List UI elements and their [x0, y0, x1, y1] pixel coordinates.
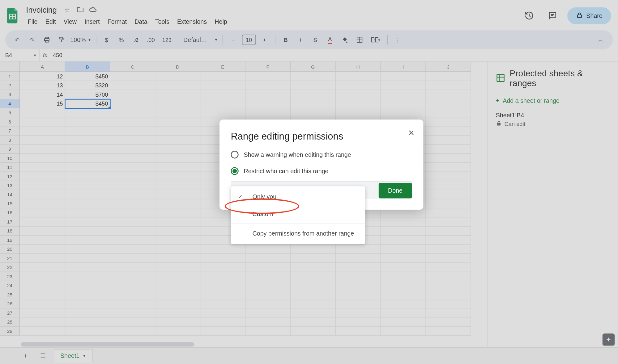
cell[interactable]: [65, 317, 110, 326]
font-dropdown[interactable]: Defaul…▼: [183, 36, 218, 43]
select-all-corner[interactable]: [0, 61, 20, 72]
borders-button[interactable]: [353, 34, 365, 46]
dropdown-option-copy-permissions[interactable]: Copy permissions from another range: [231, 225, 365, 242]
cell[interactable]: [20, 163, 65, 172]
horizontal-scrollbar[interactable]: [21, 342, 194, 346]
cell[interactable]: [65, 190, 110, 199]
cell[interactable]: [155, 245, 200, 254]
cell[interactable]: [110, 263, 155, 272]
cell[interactable]: [110, 136, 155, 144]
cell[interactable]: [291, 272, 336, 281]
cell[interactable]: [426, 145, 471, 154]
column-header[interactable]: H: [336, 61, 381, 72]
cell[interactable]: [110, 254, 155, 263]
cell[interactable]: [20, 245, 65, 254]
cell[interactable]: [291, 90, 336, 99]
row-header[interactable]: 17: [0, 217, 20, 226]
add-sheet-or-range-button[interactable]: + Add a sheet or range: [496, 97, 610, 104]
strikethrough-button[interactable]: S: [309, 34, 321, 46]
cell[interactable]: [65, 236, 110, 245]
comments-icon[interactable]: [544, 7, 561, 24]
cell[interactable]: [20, 236, 65, 245]
fill-color-button[interactable]: [339, 34, 351, 46]
cell[interactable]: [245, 81, 291, 90]
increase-fontsize-button[interactable]: +: [258, 34, 271, 46]
column-header[interactable]: J: [426, 61, 471, 72]
cell[interactable]: [20, 308, 65, 317]
row-header[interactable]: 10: [0, 154, 20, 163]
cloud-status-icon[interactable]: [89, 6, 98, 14]
cell[interactable]: $450: [65, 72, 110, 81]
cell[interactable]: [426, 181, 471, 190]
cell[interactable]: [245, 281, 291, 290]
cell[interactable]: [336, 72, 381, 81]
cell[interactable]: [200, 99, 245, 108]
protected-range-item[interactable]: Sheet1!B4 Can edit: [496, 112, 610, 128]
cell[interactable]: [381, 90, 426, 99]
cell[interactable]: [20, 127, 65, 136]
cell[interactable]: [20, 263, 65, 272]
cell[interactable]: [20, 281, 65, 290]
cell[interactable]: [336, 90, 381, 99]
cell[interactable]: [110, 317, 155, 326]
row-header[interactable]: 25: [0, 290, 20, 299]
cell[interactable]: 15: [20, 99, 65, 108]
cell[interactable]: [245, 299, 291, 308]
cell[interactable]: [381, 208, 426, 217]
cell[interactable]: [65, 263, 110, 272]
row-header[interactable]: 8: [0, 136, 20, 144]
name-box[interactable]: B4▼: [2, 49, 40, 61]
row-header[interactable]: 28: [0, 317, 20, 326]
column-header[interactable]: D: [155, 61, 200, 72]
option-show-warning[interactable]: Show a warning when editing this range: [231, 151, 412, 158]
row-header[interactable]: 24: [0, 281, 20, 290]
cell[interactable]: [65, 108, 110, 117]
merge-cells-button[interactable]: ▾: [368, 34, 383, 46]
cell[interactable]: [20, 254, 65, 263]
row-header[interactable]: 22: [0, 263, 20, 272]
cell[interactable]: [110, 117, 155, 126]
cell[interactable]: [291, 299, 336, 308]
cell[interactable]: [65, 299, 110, 308]
italic-button[interactable]: I: [294, 34, 306, 46]
cell[interactable]: [381, 299, 426, 308]
cell[interactable]: [155, 172, 200, 181]
cell[interactable]: [155, 254, 200, 263]
bold-button[interactable]: B: [280, 34, 292, 46]
increase-decimal-button[interactable]: .00: [145, 34, 157, 46]
cell[interactable]: 13: [20, 81, 65, 90]
more-toolbar-button[interactable]: ⋮: [392, 34, 404, 46]
row-header[interactable]: 2: [0, 81, 20, 90]
cell[interactable]: [110, 327, 155, 336]
cell[interactable]: [20, 290, 65, 299]
cell[interactable]: [65, 272, 110, 281]
option-restrict[interactable]: Restrict who can edit this range: [231, 167, 412, 175]
cell[interactable]: [336, 290, 381, 299]
cell[interactable]: [336, 308, 381, 317]
cell[interactable]: [110, 199, 155, 208]
cell[interactable]: [110, 308, 155, 317]
add-sheet-button[interactable]: +: [19, 349, 32, 362]
cell[interactable]: [155, 217, 200, 226]
menu-format[interactable]: Format: [104, 16, 130, 27]
cell[interactable]: [20, 299, 65, 308]
cell[interactable]: [110, 81, 155, 90]
cell[interactable]: [200, 254, 245, 263]
cell[interactable]: [110, 90, 155, 99]
cell[interactable]: [155, 99, 200, 108]
cell[interactable]: [426, 199, 471, 208]
cell[interactable]: [110, 127, 155, 136]
cell[interactable]: [426, 108, 471, 117]
cell[interactable]: [426, 172, 471, 181]
column-header[interactable]: E: [200, 61, 245, 72]
cell[interactable]: [381, 281, 426, 290]
cell[interactable]: [336, 281, 381, 290]
column-header[interactable]: B: [65, 61, 110, 72]
all-sheets-button[interactable]: ☰: [36, 349, 49, 362]
cell[interactable]: [65, 154, 110, 163]
cell[interactable]: [291, 81, 336, 90]
cell[interactable]: [381, 81, 426, 90]
cell[interactable]: [426, 281, 471, 290]
cell[interactable]: [426, 163, 471, 172]
cell[interactable]: [155, 127, 200, 136]
